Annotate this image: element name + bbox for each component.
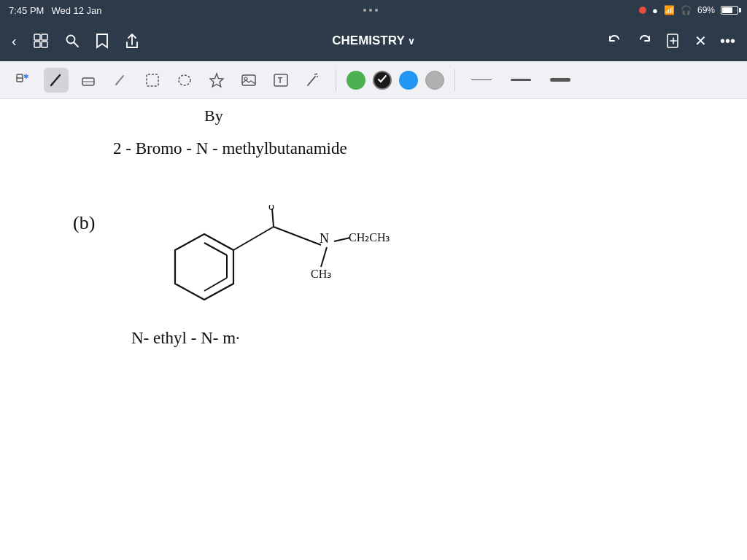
status-bar: 7:45 PM Wed 12 Jan ● 📶 🎧 69%: [0, 0, 747, 20]
by-label: By: [204, 106, 223, 125]
app-title-bar: CHEMISTRY ∨: [332, 34, 415, 48]
status-left: 7:45 PM Wed 12 Jan: [9, 5, 102, 16]
svg-rect-3: [42, 42, 47, 47]
canvas-area[interactable]: By 2 - Bromo - N - methylbutanamide (b) …: [0, 99, 747, 560]
svg-marker-28: [175, 234, 233, 300]
label-b: (b): [73, 212, 95, 234]
signal-icon: 📶: [664, 5, 675, 15]
compound-name-a: 2 - Bromo - N - methylbutanamide: [113, 139, 347, 158]
svg-line-32: [233, 227, 274, 250]
record-dot: [639, 7, 646, 14]
lasso-tool-button[interactable]: ✱: [10, 67, 36, 93]
pencil-tool-button[interactable]: [108, 68, 133, 93]
color-gray-button[interactable]: [425, 71, 444, 90]
svg-text:T: T: [278, 77, 282, 85]
share-button[interactable]: [122, 30, 142, 52]
close-button[interactable]: ✕: [692, 29, 710, 52]
toolbar-divider-2: [454, 69, 455, 91]
redo-button[interactable]: [633, 30, 655, 52]
status-center: [363, 9, 378, 12]
text-tool-button[interactable]: T: [268, 68, 293, 93]
color-blue-button[interactable]: [399, 71, 418, 90]
line-thick-button[interactable]: [544, 75, 576, 85]
add-page-button[interactable]: [662, 30, 684, 52]
svg-text:N: N: [320, 231, 329, 246]
bookmark-button[interactable]: [93, 30, 112, 52]
battery-icon: [721, 6, 738, 15]
svg-rect-2: [34, 42, 40, 47]
svg-line-5: [74, 43, 78, 47]
star-tool-button[interactable]: [204, 68, 229, 93]
toolbar-divider: [336, 69, 336, 91]
svg-marker-19: [210, 74, 223, 87]
image-tool-button[interactable]: [236, 68, 261, 93]
svg-line-39: [321, 247, 327, 267]
wifi-icon: ●: [652, 5, 658, 16]
svg-rect-1: [42, 34, 47, 40]
pen-tool-button[interactable]: [44, 68, 69, 93]
undo-button[interactable]: [604, 30, 626, 52]
eraser-tool-button[interactable]: [76, 68, 101, 93]
color-green-button[interactable]: [347, 71, 365, 90]
toolbar-left: ‹: [9, 30, 142, 52]
svg-line-27: [316, 74, 317, 74]
more-button[interactable]: •••: [717, 30, 738, 52]
svg-rect-20: [242, 75, 255, 85]
toolbar-right: ✕ •••: [604, 29, 738, 52]
svg-text:CH₃: CH₃: [311, 268, 331, 280]
grid-button[interactable]: [30, 30, 52, 52]
wand-tool-button[interactable]: [301, 68, 325, 93]
lasso-select-button[interactable]: [172, 68, 197, 93]
svg-line-35: [274, 227, 321, 245]
selection-tool-button[interactable]: [140, 68, 165, 93]
svg-point-4: [66, 36, 74, 44]
back-button[interactable]: ‹: [9, 30, 20, 52]
svg-line-24: [308, 77, 315, 85]
line-medium-button[interactable]: [505, 76, 537, 84]
time: 7:45 PM: [9, 5, 44, 16]
chemical-structure: o N CH₂CH₃ CH₃: [146, 205, 401, 329]
svg-rect-17: [147, 74, 158, 86]
date: Wed 12 Jan: [51, 5, 101, 16]
drawing-toolbar: ✱: [0, 61, 747, 99]
search-button[interactable]: [62, 31, 82, 51]
status-right: ● 📶 🎧 69%: [639, 5, 738, 16]
color-black-button[interactable]: [373, 71, 392, 90]
main-toolbar: ‹ CHEMISTRY: [0, 20, 747, 61]
svg-rect-0: [34, 34, 40, 40]
line-thin-button[interactable]: [465, 77, 498, 83]
svg-text:CH₂CH₃: CH₂CH₃: [349, 231, 390, 244]
headphone-icon: 🎧: [681, 5, 692, 15]
svg-point-18: [179, 75, 190, 85]
partial-name-b: N- ethyl - N- m·: [131, 329, 240, 348]
dropdown-arrow[interactable]: ∨: [408, 36, 415, 47]
svg-text:✱: ✱: [23, 73, 29, 80]
app-title: CHEMISTRY: [332, 34, 405, 48]
svg-text:o: o: [268, 205, 274, 212]
svg-line-37: [334, 238, 350, 241]
battery-percent: 69%: [697, 5, 715, 15]
